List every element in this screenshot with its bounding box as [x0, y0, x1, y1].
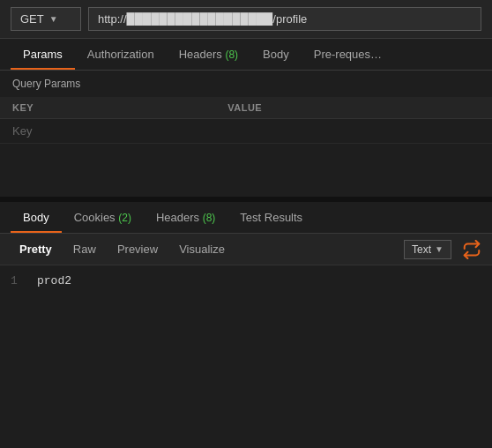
tab-response-body-label: Body — [23, 211, 49, 224]
key-column-header: KEY — [0, 97, 215, 119]
response-tabs: Body Cookies (2) Headers (8) Test Result… — [0, 202, 492, 234]
response-line: 1 prod2 — [0, 273, 492, 289]
tab-headers[interactable]: Headers (8) — [167, 39, 250, 70]
tab-authorization-label: Authorization — [87, 48, 154, 61]
line-number: 1 — [11, 274, 37, 287]
method-label: GET — [20, 12, 44, 26]
tab-body[interactable]: Body — [250, 39, 302, 70]
cookies-badge: (2) — [118, 212, 131, 224]
raw-button[interactable]: Raw — [64, 239, 105, 259]
tab-response-cookies[interactable]: Cookies (2) — [62, 202, 144, 233]
tab-response-body[interactable]: Body — [11, 202, 62, 233]
wrap-icon[interactable] — [462, 240, 481, 259]
visualize-button[interactable]: Visualize — [170, 239, 234, 259]
preview-button[interactable]: Preview — [108, 239, 167, 259]
method-dropdown[interactable]: GET ▼ — [11, 7, 81, 31]
params-table: KEY VALUE Key — [0, 97, 492, 144]
text-format-dropdown[interactable]: Text ▼ — [404, 240, 451, 259]
tab-authorization[interactable]: Authorization — [75, 39, 167, 70]
method-arrow-icon: ▼ — [49, 14, 58, 24]
url-bar: GET ▼ — [0, 0, 492, 39]
headers-badge: (8) — [225, 49, 238, 61]
tab-headers-label: Headers (8) — [179, 48, 238, 61]
tab-response-headers-label: Headers (8) — [156, 211, 215, 224]
request-tabs: Params Authorization Headers (8) Body Pr… — [0, 39, 492, 71]
tab-response-cookies-label: Cookies (2) — [74, 211, 131, 224]
line-content: prod2 — [37, 274, 71, 287]
response-headers-badge: (8) — [203, 212, 216, 224]
tab-params[interactable]: Params — [11, 39, 75, 70]
format-bar: Pretty Raw Preview Visualize Text ▼ — [0, 234, 492, 265]
query-params-label: Query Params — [0, 71, 492, 97]
key-cell-placeholder[interactable]: Key — [0, 119, 215, 144]
tab-params-label: Params — [23, 48, 63, 61]
tab-test-results[interactable]: Test Results — [227, 202, 315, 233]
table-row: Key — [0, 119, 492, 144]
tab-body-label: Body — [263, 48, 289, 61]
text-format-label: Text — [412, 243, 431, 256]
value-column-header: VALUE — [215, 97, 492, 119]
text-format-arrow-icon: ▼ — [435, 244, 444, 254]
pretty-button[interactable]: Pretty — [11, 239, 61, 259]
response-body: 1 prod2 — [0, 265, 492, 296]
empty-space — [0, 144, 492, 197]
value-cell-placeholder[interactable] — [215, 119, 492, 144]
tab-response-headers[interactable]: Headers (8) — [144, 202, 227, 233]
url-input[interactable] — [88, 7, 481, 31]
tab-pre-request[interactable]: Pre-reques… — [302, 39, 394, 70]
tab-test-results-label: Test Results — [240, 211, 302, 224]
tab-pre-request-label: Pre-reques… — [314, 48, 382, 61]
